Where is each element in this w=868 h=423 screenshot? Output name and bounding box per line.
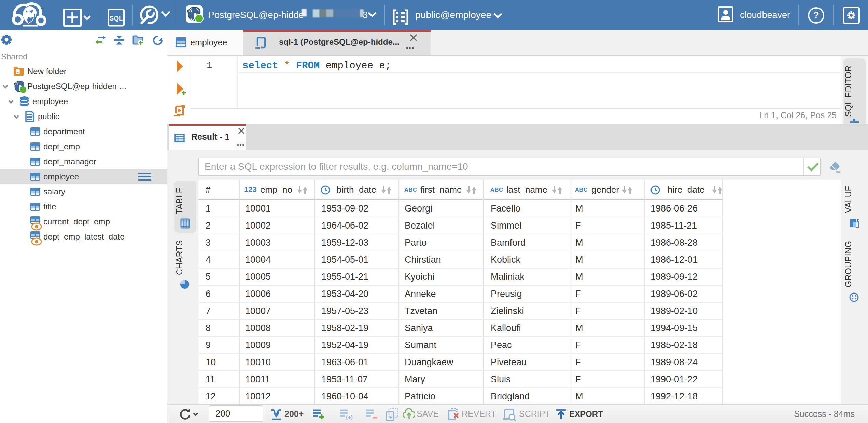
svg-text:SQL: SQL (109, 15, 123, 22)
svg-text:?: ? (813, 10, 819, 21)
svg-text:(+): (+) (346, 414, 353, 420)
